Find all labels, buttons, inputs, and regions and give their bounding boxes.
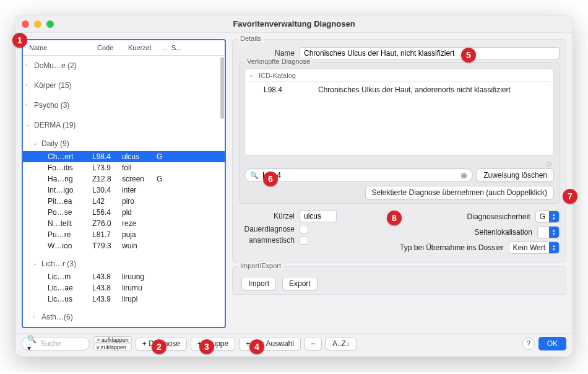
typ-label: Typ bei Übernahme ins Dossier <box>400 243 503 252</box>
col-kuerzel[interactable]: Kuerzel <box>126 43 160 53</box>
sicherheit-label: Diagnosesicherheit <box>467 212 530 221</box>
dauer-checkbox[interactable] <box>300 225 308 233</box>
emoji-icon[interactable]: ☺ <box>244 159 554 168</box>
sort-button[interactable]: A..Z↓ <box>326 337 357 350</box>
search-icon: 🔍 <box>250 172 259 180</box>
icd-code: L98.4 <box>264 85 313 94</box>
minimize-icon[interactable] <box>34 20 41 28</box>
close-icon[interactable] <box>22 20 29 28</box>
bottom-toolbar: 🔍▾ > aufklappen v zuklappen + Diagnose +… <box>15 333 573 357</box>
tree-header: Name Code Kuerzel ... S... <box>23 40 225 56</box>
take-over-button[interactable]: Selektierte Diagnose übernehmen (auch Do… <box>365 186 555 199</box>
clear-assignment-button[interactable]: Zuweisung löschen <box>477 168 554 182</box>
linked-diagnosis-group: Verknüpfte Diagnose ⌄ ICD-Katalog L98.4 … <box>239 62 560 204</box>
tree-row[interactable]: N…tellt Z76.0 reze <box>23 218 225 229</box>
chevron-updown-icon: ▴▾ <box>549 211 559 222</box>
chevron-right-icon: › <box>25 82 27 88</box>
from-selection-button[interactable]: + aus Auswahl <box>239 337 301 350</box>
col-name[interactable]: Name <box>27 43 95 53</box>
tree-group[interactable]: ›Psycho (3) <box>23 98 225 113</box>
linked-title: Verknüpfte Diagnose <box>244 58 313 65</box>
kuerzel-label: Kürzel <box>239 212 295 220</box>
details-group: Details Name Verknüpfte Diagnose ⌄ ICD-K… <box>232 39 566 263</box>
callout-5: 5 <box>461 48 476 63</box>
tree-row[interactable]: Lic…us L43.9 lirupl <box>23 294 225 305</box>
chevron-right-icon: › <box>33 313 35 320</box>
import-export-group: Import/Export Import Export <box>232 266 566 295</box>
chevron-down-icon: ⌄ <box>25 121 30 128</box>
tree-group[interactable]: ›Körper (15) <box>23 78 225 93</box>
callout-2: 2 <box>152 339 166 354</box>
chevron-updown-icon: ▴▾ <box>549 227 559 238</box>
expand-all-button[interactable]: > aufklappen <box>93 336 132 343</box>
col-code[interactable]: Code <box>95 43 126 53</box>
anam-label: anamnestisch <box>239 236 295 245</box>
name-field[interactable] <box>300 47 560 59</box>
tree-subgroup[interactable]: ⌄Lich…r (3) <box>23 256 225 271</box>
icd-search-input[interactable] <box>261 170 458 180</box>
chevron-right-icon: › <box>25 102 27 108</box>
titlebar: Favoritenverwaltung Diagnosen <box>15 15 573 33</box>
clear-icon[interactable]: ⊗ <box>460 171 467 180</box>
icd-search[interactable]: 🔍 ⊗ <box>244 168 473 182</box>
tree-row[interactable]: Fo…itis L73.9 foll <box>23 162 225 173</box>
chevron-down-icon: ⌄ <box>33 140 38 146</box>
tree-row[interactable]: W…ion T79.3 wuin <box>23 240 225 251</box>
col-s[interactable]: S... <box>169 43 178 53</box>
remove-button[interactable]: − <box>305 337 322 350</box>
tree-row[interactable]: Lic…m L43.8 liruung <box>23 271 225 282</box>
anam-checkbox[interactable] <box>300 236 308 245</box>
help-button[interactable]: ? <box>522 337 535 350</box>
tree-row[interactable]: Pit…ea L42 piro <box>23 196 225 207</box>
tree-subgroup[interactable]: ⌄Daily (9) <box>23 136 225 151</box>
typ-select[interactable]: Kein Wert ▴▾ <box>509 241 560 254</box>
dauer-label: Dauerdiagnose <box>239 225 295 233</box>
tree-subgroup[interactable]: ›Ästh…(6) <box>23 310 225 324</box>
impexp-title: Import/Export <box>238 262 283 269</box>
callout-6: 6 <box>263 172 278 186</box>
details-title: Details <box>238 35 264 42</box>
tree-row[interactable]: Ha…ng Z12.8 screen G <box>23 173 225 185</box>
chevron-down-icon[interactable]: ⌄ <box>249 72 254 79</box>
favorites-tree[interactable]: Name Code Kuerzel ... S... ›DoMu…e (2) ›… <box>22 39 226 328</box>
icd-text: Chronisches Ulkus der Haut, anderenorts … <box>318 85 511 94</box>
import-button[interactable]: Import <box>241 277 276 290</box>
tree-group[interactable]: ⌄DERMA (19) <box>23 118 225 133</box>
chevron-updown-icon: ▴▾ <box>549 242 559 253</box>
callout-1: 1 <box>12 33 27 48</box>
icd-list[interactable]: ⌄ ICD-Katalog L98.4 Chronisches Ulkus de… <box>244 69 554 155</box>
tree-row[interactable]: Lic…ae L43.8 lirumu <box>23 282 225 294</box>
tree-row[interactable]: Int…igo L30.4 inter <box>23 185 225 196</box>
export-button[interactable]: Export <box>282 277 318 290</box>
chevron-down-icon: ⌄ <box>33 260 38 266</box>
bottom-search[interactable]: 🔍▾ <box>22 337 90 350</box>
search-icon: 🔍▾ <box>27 335 37 352</box>
tree-row[interactable]: Ch…ert L98.4 ulcus G <box>23 151 225 162</box>
icd-header: ICD-Katalog <box>259 72 296 79</box>
callout-8: 8 <box>387 211 402 225</box>
tree-group[interactable]: ›DoMu…e (2) <box>23 58 225 73</box>
chevron-right-icon: › <box>25 62 27 68</box>
lokal-select[interactable]: ▴▾ <box>537 226 560 238</box>
collapse-all-button[interactable]: v zuklappen <box>93 344 132 350</box>
callout-3: 3 <box>199 339 214 354</box>
kuerzel-field[interactable] <box>300 210 337 222</box>
sicherheit-select[interactable]: G ▴▾ <box>535 211 560 223</box>
name-label: Name <box>239 49 295 58</box>
tree-body: ›DoMu…e (2) ›Körper (15) ›Psycho (3) ⌄DE… <box>23 56 225 327</box>
ok-button[interactable]: OK <box>538 337 566 350</box>
tree-row[interactable]: Pu…re L81.7 puja <box>23 229 225 240</box>
callout-4: 4 <box>249 339 264 354</box>
icd-list-item[interactable]: L98.4 Chronisches Ulkus der Haut, andere… <box>249 82 550 94</box>
callout-7: 7 <box>563 189 577 204</box>
tree-row[interactable]: Po…se L56.4 pld <box>23 207 225 218</box>
window-title: Favoritenverwaltung Diagnosen <box>233 19 355 28</box>
dialog-window: 1 2 3 4 5 6 7 8 Favoritenverwaltung Diag… <box>15 15 573 357</box>
zoom-icon[interactable] <box>46 20 54 28</box>
col-dots[interactable]: ... <box>160 43 169 53</box>
lokal-label: Seitenlokalisation <box>475 228 532 237</box>
